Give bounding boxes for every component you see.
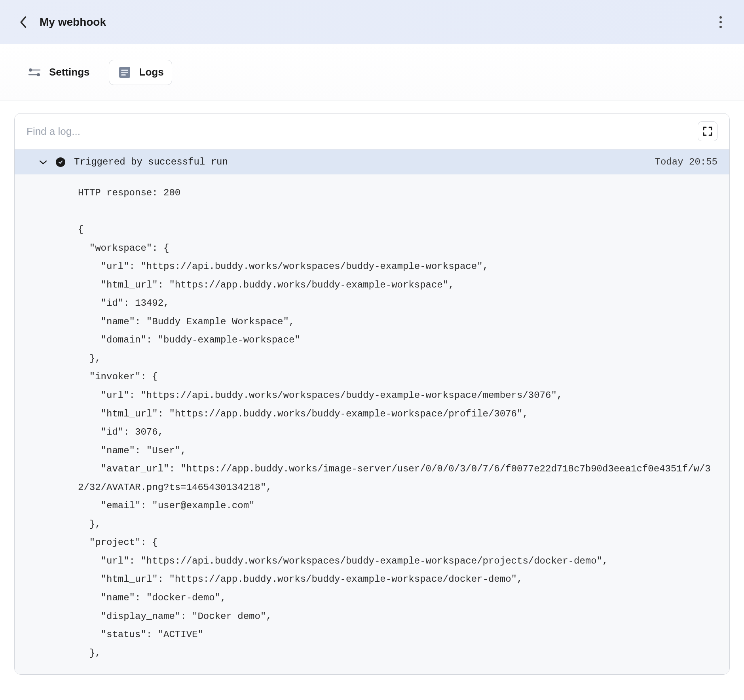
- tabs-bar: Settings Logs: [0, 44, 744, 100]
- more-menu-button[interactable]: [716, 13, 725, 31]
- log-body: HTTP response: 200 { "workspace": { "url…: [15, 174, 729, 674]
- header-left: My webhook: [19, 16, 106, 28]
- dot-icon: [719, 21, 722, 23]
- search-input[interactable]: [27, 125, 691, 138]
- content-area: Triggered by successful run Today 20:55 …: [0, 100, 744, 687]
- page-header: My webhook: [0, 0, 744, 44]
- log-trigger-text: Triggered by successful run: [74, 157, 646, 167]
- svg-rect-7: [121, 74, 126, 76]
- chevron-left-icon: [19, 16, 27, 28]
- tab-label: Logs: [139, 66, 164, 78]
- tab-logs[interactable]: Logs: [109, 60, 172, 85]
- logs-icon: [117, 65, 132, 80]
- log-entry-header[interactable]: Triggered by successful run Today 20:55: [15, 149, 729, 174]
- svg-rect-5: [121, 70, 128, 71]
- status-success-icon: [56, 157, 65, 167]
- svg-rect-6: [121, 72, 128, 73]
- fullscreen-button[interactable]: [698, 121, 717, 141]
- collapse-toggle[interactable]: [39, 158, 47, 166]
- tab-label: Settings: [49, 66, 90, 78]
- dot-icon: [719, 26, 722, 28]
- log-panel: Triggered by successful run Today 20:55 …: [14, 113, 730, 675]
- back-button[interactable]: [19, 16, 27, 28]
- chevron-down-icon: [39, 159, 47, 165]
- log-timestamp: Today 20:55: [655, 157, 717, 167]
- dot-icon: [719, 16, 722, 19]
- tab-settings[interactable]: Settings: [19, 60, 98, 85]
- settings-icon: [27, 65, 42, 80]
- fullscreen-icon: [702, 126, 713, 137]
- search-row: [15, 114, 729, 149]
- page-title: My webhook: [40, 16, 106, 28]
